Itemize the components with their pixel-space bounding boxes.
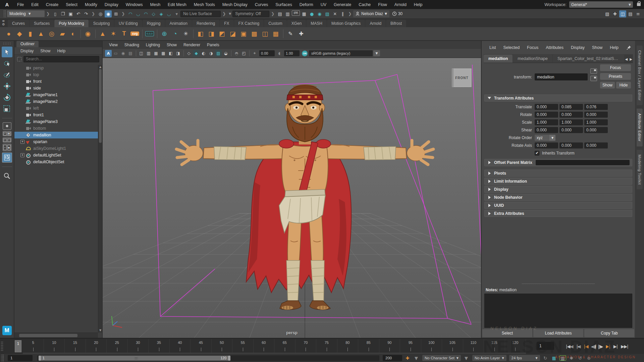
cache[interactable]: Cache (355, 1, 374, 8)
isolate-select-icon[interactable]: ◰ (240, 50, 247, 57)
select-hierarchy-icon[interactable]: ◎ (97, 10, 104, 17)
playback-range[interactable]: 1 120 (39, 356, 230, 361)
shelf-tab-arnold[interactable]: Arnold (365, 20, 386, 27)
rotate-order-select[interactable]: xyz (535, 135, 549, 141)
offset-parent-matrix-header[interactable]: Offset Parent Matrix (484, 159, 632, 166)
boolean-union-icon[interactable]: ◩ (217, 29, 227, 39)
attributes[interactable]: Attributes (543, 44, 567, 51)
snap-point-icon[interactable]: ◠ (142, 10, 149, 17)
snap-view-plane-icon[interactable]: ◈ (158, 10, 165, 17)
outliner-item-imageplane3[interactable]: imagePlane3 (14, 118, 102, 125)
shadows-icon[interactable]: ▨ (215, 50, 222, 57)
select-object-icon[interactable]: ◉ (105, 10, 112, 17)
curve-swirl-icon[interactable]: ✶ (108, 29, 118, 39)
svg-tool-icon[interactable]: svg (130, 29, 140, 39)
pause-viewport-icon[interactable]: ‖ (339, 10, 346, 17)
gamma-field[interactable]: 1.00 (284, 50, 300, 56)
remesh-icon[interactable]: ▦ (271, 29, 281, 39)
chevron-down-icon[interactable]: ▼ (463, 356, 470, 361)
new-scene-icon[interactable]: ▯ (52, 10, 59, 17)
help[interactable]: Help (607, 44, 622, 51)
anim-prefs-icon[interactable]: ↺ (577, 355, 584, 361)
grid-toggle-icon[interactable]: ▧ (604, 10, 611, 17)
play-forwards-button[interactable]: ▶ (597, 343, 604, 350)
image-plane-toggle-icon[interactable]: ▤ (127, 50, 134, 57)
snap-options-arrow-icon[interactable]: ▾ (173, 10, 180, 17)
tab-scroll-left-icon[interactable]: ◀ (625, 57, 628, 61)
rangebar-grip[interactable] (1, 354, 4, 362)
use-all-lights-icon[interactable]: ◑ (208, 50, 214, 57)
film-gate-icon[interactable]: ◫ (138, 50, 145, 57)
wireframe-icon[interactable]: ◇ (185, 50, 192, 57)
rotate-tool[interactable] (2, 92, 12, 103)
boolean-difference-icon[interactable]: ◪ (228, 29, 238, 39)
move-tool[interactable] (2, 81, 12, 92)
viewport-separator[interactable] (135, 50, 137, 57)
outliner-item-persp[interactable]: persp (14, 65, 102, 71)
expand-toggle-icon[interactable]: + (20, 140, 24, 144)
outliner-item-defaultobjectset[interactable]: defaultObjectSet (14, 159, 102, 165)
section-extra-attributes[interactable]: Extra Attributes (484, 210, 632, 217)
file[interactable]: File (13, 1, 28, 8)
auto-keyframe-icon[interactable]: ▥ (559, 355, 566, 361)
lattice-icon[interactable]: ▩ (249, 29, 259, 39)
platonic-solid-icon[interactable]: ◉ (83, 29, 93, 39)
poly-plane-icon[interactable]: ▰ (57, 29, 67, 39)
single-pane-icon[interactable]: ▤ (627, 10, 634, 17)
tab-attribute-editor[interactable]: Attribute Editor (637, 109, 643, 146)
range-end-handle[interactable] (228, 356, 230, 361)
zoom-tool[interactable] (2, 171, 12, 181)
list[interactable]: List (486, 44, 499, 51)
transform-name-field[interactable]: medallion (535, 73, 588, 80)
gear-icon[interactable]: ⚙ (2, 23, 5, 26)
toolbox-grip[interactable] (3, 42, 11, 45)
layout-two-pane-stacked-button[interactable]: ++ (3, 137, 11, 142)
show[interactable]: Show (589, 44, 605, 51)
selection-highlight-icon[interactable]: A (105, 50, 112, 57)
help[interactable]: Help (54, 48, 68, 54)
outliner-filter-icon[interactable] (17, 57, 21, 61)
layout-outliner-persp-button[interactable] (2, 153, 12, 163)
shelf-separator[interactable] (192, 29, 195, 39)
select-button[interactable]: Select (482, 329, 532, 337)
outliner-item-imageplane1[interactable]: imagePlane1 (14, 92, 102, 98)
output-connection-icon[interactable] (590, 76, 597, 81)
viewport-separator[interactable] (248, 50, 251, 57)
windows[interactable]: Windows (122, 1, 147, 8)
exposure-icon[interactable]: ✦ (251, 50, 258, 57)
outliner-item-defaultlightset[interactable]: + defaultLightSet (14, 152, 102, 159)
step-back-key-button[interactable]: |◀ (582, 343, 590, 350)
shelf-menu-icon[interactable]: ≡ (2, 20, 5, 22)
poly-sphere-icon[interactable]: ● (4, 29, 14, 39)
anim-layer-dropdown[interactable]: No Anim Layer▼ (472, 355, 506, 361)
character-set-dropdown[interactable]: No Character Set▼ (422, 355, 461, 361)
timeline-grip[interactable] (1, 341, 3, 351)
open-scene-icon[interactable]: ❐ (59, 10, 66, 17)
offset-parent-matrix-field[interactable] (536, 160, 630, 165)
ae-tab-medallionshape[interactable]: medallionShape (513, 55, 552, 63)
focus-button[interactable]: Focus (600, 64, 631, 71)
range-start-handle[interactable] (39, 356, 41, 361)
section-limit-information[interactable]: Limit Information (484, 178, 632, 185)
step-back-frame-button[interactable]: |◀ (575, 343, 582, 350)
panels[interactable]: Panels (204, 42, 222, 48)
outliner-item-front1[interactable]: front1 (14, 112, 102, 118)
workspace-select[interactable]: General* ▼ (569, 1, 633, 8)
presets-button[interactable]: Presets (600, 73, 631, 80)
mute-icon[interactable]: ✱ (568, 355, 575, 361)
type-tool-icon[interactable]: T (119, 29, 129, 39)
surfaces[interactable]: Surfaces (272, 1, 296, 8)
safe-action-icon[interactable]: ◧ (167, 50, 174, 57)
textured-icon[interactable]: ◐ (200, 50, 207, 57)
character-set-icon[interactable]: ✚ (404, 356, 411, 361)
shelf-tab-bifrost[interactable]: Bifrost (386, 20, 406, 27)
toolbar-grip[interactable] (3, 10, 6, 17)
field-chart-icon[interactable]: ▩ (160, 50, 167, 57)
flow[interactable]: Flow (374, 1, 390, 8)
shelf-tab-fx[interactable]: FX (220, 20, 233, 27)
section-uuid[interactable]: UUID (484, 202, 632, 209)
go-to-end-button[interactable]: ▶▶| (619, 343, 630, 350)
redo-icon[interactable]: ↷ (83, 10, 90, 17)
select-tool[interactable] (2, 47, 12, 57)
character-controls-icon[interactable]: ✚ (611, 10, 619, 17)
